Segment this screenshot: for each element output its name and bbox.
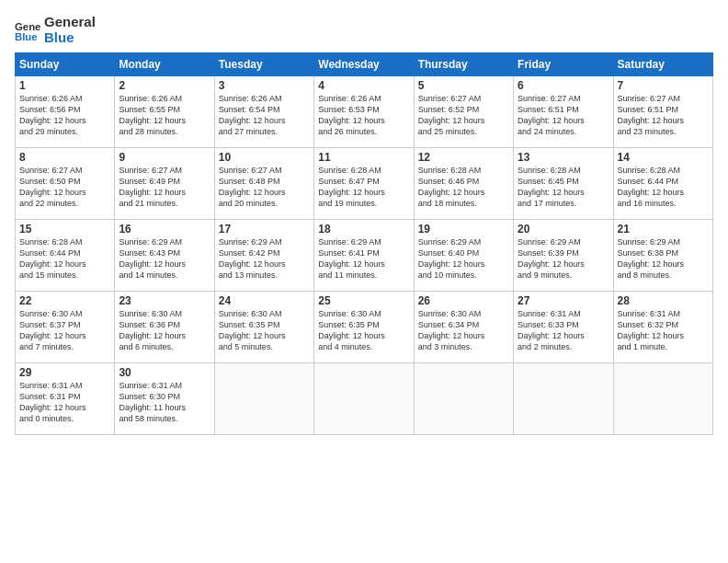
- day-number: 30: [119, 366, 210, 379]
- calendar-cell: 30 Sunrise: 6:31 AMSunset: 6:30 PMDaylig…: [115, 363, 214, 435]
- day-number: 25: [318, 294, 409, 307]
- calendar-cell: 29 Sunrise: 6:31 AMSunset: 6:31 PMDaylig…: [16, 363, 115, 435]
- day-info: Sunrise: 6:27 AMSunset: 6:50 PMDaylight:…: [19, 165, 110, 210]
- day-info: Sunrise: 6:27 AMSunset: 6:49 PMDaylight:…: [119, 165, 210, 210]
- calendar-cell: [214, 363, 313, 435]
- day-info: Sunrise: 6:28 AMSunset: 6:44 PMDaylight:…: [19, 236, 110, 282]
- day-info: Sunrise: 6:29 AMSunset: 6:42 PMDaylight:…: [219, 236, 310, 282]
- calendar-cell: 20 Sunrise: 6:29 AMSunset: 6:39 PMDaylig…: [514, 220, 613, 292]
- calendar-cell: 18 Sunrise: 6:29 AMSunset: 6:41 PMDaylig…: [314, 220, 414, 292]
- page: General Blue General Blue SundayMondayTu…: [0, 0, 728, 563]
- logo-text: General Blue: [44, 15, 96, 45]
- day-info: Sunrise: 6:29 AMSunset: 6:40 PMDaylight:…: [418, 236, 509, 282]
- day-info: Sunrise: 6:28 AMSunset: 6:44 PMDaylight:…: [618, 165, 709, 210]
- day-number: 11: [318, 151, 409, 164]
- header: General Blue General Blue: [15, 15, 713, 45]
- calendar-cell: 17 Sunrise: 6:29 AMSunset: 6:42 PMDaylig…: [214, 220, 313, 292]
- day-info: Sunrise: 6:27 AMSunset: 6:51 PMDaylight:…: [518, 93, 609, 138]
- calendar-cell: [514, 363, 613, 435]
- calendar-cell: 15 Sunrise: 6:28 AMSunset: 6:44 PMDaylig…: [16, 220, 115, 292]
- day-info: Sunrise: 6:30 AMSunset: 6:34 PMDaylight:…: [418, 308, 509, 353]
- day-info: Sunrise: 6:26 AMSunset: 6:54 PMDaylight:…: [219, 93, 310, 138]
- calendar-cell: [314, 363, 414, 435]
- day-number: 12: [418, 151, 509, 164]
- day-number: 19: [418, 223, 509, 236]
- calendar-cell: [414, 363, 513, 435]
- day-info: Sunrise: 6:29 AMSunset: 6:43 PMDaylight:…: [119, 236, 210, 282]
- day-number: 5: [418, 79, 509, 92]
- calendar-cell: 21 Sunrise: 6:29 AMSunset: 6:38 PMDaylig…: [613, 220, 712, 292]
- calendar-cell: 6 Sunrise: 6:27 AMSunset: 6:51 PMDayligh…: [514, 76, 613, 148]
- day-number: 2: [119, 79, 210, 92]
- calendar-cell: 8 Sunrise: 6:27 AMSunset: 6:50 PMDayligh…: [16, 148, 115, 220]
- calendar-cell: 26 Sunrise: 6:30 AMSunset: 6:34 PMDaylig…: [414, 292, 513, 363]
- calendar-header-row: SundayMondayTuesdayWednesdayThursdayFrid…: [16, 53, 713, 76]
- calendar-cell: 1 Sunrise: 6:26 AMSunset: 6:56 PMDayligh…: [16, 76, 115, 148]
- calendar-cell: 24 Sunrise: 6:30 AMSunset: 6:35 PMDaylig…: [214, 292, 313, 363]
- day-info: Sunrise: 6:27 AMSunset: 6:52 PMDaylight:…: [418, 93, 509, 138]
- calendar-cell: 4 Sunrise: 6:26 AMSunset: 6:53 PMDayligh…: [314, 76, 414, 148]
- day-number: 21: [618, 223, 709, 236]
- day-info: Sunrise: 6:26 AMSunset: 6:56 PMDaylight:…: [19, 93, 110, 138]
- day-info: Sunrise: 6:30 AMSunset: 6:37 PMDaylight:…: [19, 308, 110, 353]
- day-number: 22: [19, 294, 110, 307]
- day-info: Sunrise: 6:26 AMSunset: 6:55 PMDaylight:…: [119, 93, 210, 138]
- day-info: Sunrise: 6:28 AMSunset: 6:47 PMDaylight:…: [318, 165, 409, 210]
- day-number: 3: [219, 79, 310, 92]
- day-number: 24: [219, 294, 310, 307]
- weekday-header-tuesday: Tuesday: [214, 53, 313, 76]
- day-number: 13: [518, 151, 609, 164]
- calendar-week-row: 15 Sunrise: 6:28 AMSunset: 6:44 PMDaylig…: [16, 220, 713, 292]
- calendar-cell: 5 Sunrise: 6:27 AMSunset: 6:52 PMDayligh…: [414, 76, 513, 148]
- day-info: Sunrise: 6:31 AMSunset: 6:32 PMDaylight:…: [618, 308, 709, 353]
- day-number: 17: [219, 223, 310, 236]
- day-info: Sunrise: 6:31 AMSunset: 6:31 PMDaylight:…: [19, 380, 110, 425]
- day-number: 26: [418, 294, 509, 307]
- calendar-cell: 28 Sunrise: 6:31 AMSunset: 6:32 PMDaylig…: [613, 292, 712, 363]
- general-blue-icon: General Blue: [15, 17, 40, 43]
- calendar-cell: 22 Sunrise: 6:30 AMSunset: 6:37 PMDaylig…: [16, 292, 115, 363]
- day-info: Sunrise: 6:27 AMSunset: 6:48 PMDaylight:…: [219, 165, 310, 210]
- day-info: Sunrise: 6:29 AMSunset: 6:41 PMDaylight:…: [318, 236, 409, 282]
- calendar-week-row: 1 Sunrise: 6:26 AMSunset: 6:56 PMDayligh…: [16, 76, 713, 148]
- calendar-cell: 10 Sunrise: 6:27 AMSunset: 6:48 PMDaylig…: [214, 148, 313, 220]
- day-number: 15: [19, 223, 110, 236]
- svg-text:Blue: Blue: [15, 30, 38, 41]
- weekday-header-saturday: Saturday: [613, 53, 712, 76]
- calendar-cell: 16 Sunrise: 6:29 AMSunset: 6:43 PMDaylig…: [115, 220, 214, 292]
- day-info: Sunrise: 6:30 AMSunset: 6:36 PMDaylight:…: [119, 308, 210, 353]
- day-number: 9: [119, 151, 210, 164]
- logo: General Blue General Blue: [15, 15, 96, 45]
- day-number: 29: [19, 366, 110, 379]
- weekday-header-friday: Friday: [514, 53, 613, 76]
- day-number: 4: [318, 79, 409, 92]
- day-number: 1: [19, 79, 110, 92]
- calendar-cell: 3 Sunrise: 6:26 AMSunset: 6:54 PMDayligh…: [214, 76, 313, 148]
- day-number: 20: [518, 223, 609, 236]
- day-number: 7: [618, 79, 709, 92]
- day-number: 27: [518, 294, 609, 307]
- day-info: Sunrise: 6:26 AMSunset: 6:53 PMDaylight:…: [318, 93, 409, 138]
- day-info: Sunrise: 6:31 AMSunset: 6:30 PMDaylight:…: [119, 380, 210, 425]
- calendar-cell: 12 Sunrise: 6:28 AMSunset: 6:46 PMDaylig…: [414, 148, 513, 220]
- day-number: 28: [618, 294, 709, 307]
- day-info: Sunrise: 6:30 AMSunset: 6:35 PMDaylight:…: [318, 308, 409, 353]
- calendar-week-row: 29 Sunrise: 6:31 AMSunset: 6:31 PMDaylig…: [16, 363, 713, 435]
- calendar-cell: 27 Sunrise: 6:31 AMSunset: 6:33 PMDaylig…: [514, 292, 613, 363]
- calendar-cell: 9 Sunrise: 6:27 AMSunset: 6:49 PMDayligh…: [115, 148, 214, 220]
- day-number: 10: [219, 151, 310, 164]
- day-number: 14: [618, 151, 709, 164]
- day-info: Sunrise: 6:29 AMSunset: 6:39 PMDaylight:…: [518, 236, 609, 282]
- day-info: Sunrise: 6:28 AMSunset: 6:46 PMDaylight:…: [418, 165, 509, 210]
- calendar-cell: 2 Sunrise: 6:26 AMSunset: 6:55 PMDayligh…: [115, 76, 214, 148]
- calendar-cell: 14 Sunrise: 6:28 AMSunset: 6:44 PMDaylig…: [613, 148, 712, 220]
- day-number: 18: [318, 223, 409, 236]
- weekday-header-thursday: Thursday: [414, 53, 513, 76]
- calendar-cell: [613, 363, 712, 435]
- calendar-cell: 11 Sunrise: 6:28 AMSunset: 6:47 PMDaylig…: [314, 148, 414, 220]
- day-number: 16: [119, 223, 210, 236]
- day-info: Sunrise: 6:28 AMSunset: 6:45 PMDaylight:…: [518, 165, 609, 210]
- calendar-table: SundayMondayTuesdayWednesdayThursdayFrid…: [15, 52, 713, 435]
- day-info: Sunrise: 6:29 AMSunset: 6:38 PMDaylight:…: [618, 236, 709, 282]
- day-info: Sunrise: 6:30 AMSunset: 6:35 PMDaylight:…: [219, 308, 310, 353]
